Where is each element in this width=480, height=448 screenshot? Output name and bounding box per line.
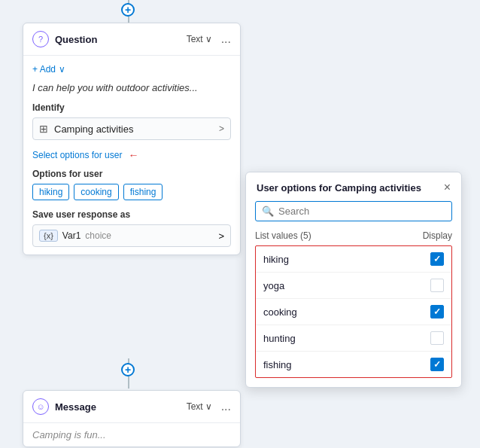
option-tag-fishing[interactable]: fishing xyxy=(123,184,163,200)
canvas: + ? Question Text ∨ ... + Add ∨ I can he… xyxy=(0,0,480,448)
list-values-label: List values (5) xyxy=(255,230,311,241)
item-name-cooking: cooking xyxy=(263,306,297,318)
item-name-fishing: fishing xyxy=(263,359,292,370)
list-item-hunting: hunting xyxy=(256,325,451,352)
message-card-header: ☺ Message Text ∨ ... xyxy=(23,391,240,423)
checkbox-hiking[interactable] xyxy=(430,252,444,266)
identify-label: Identify xyxy=(32,102,231,113)
list-item-yoga: yoga xyxy=(256,273,451,299)
save-response-row[interactable]: {x} Var1 choice > xyxy=(32,224,231,247)
option-tag-hiking[interactable]: hiking xyxy=(32,184,69,200)
list-item-hiking: hiking xyxy=(256,246,451,273)
checkbox-fishing[interactable] xyxy=(430,358,444,371)
save-chevron-icon: > xyxy=(218,230,224,242)
card-more-button[interactable]: ... xyxy=(221,32,231,46)
add-step-button-top[interactable]: + xyxy=(121,3,135,17)
panel-title: User options for Camping activities xyxy=(257,182,421,194)
arrow-indicator-icon: ← xyxy=(128,149,138,161)
question-card: ? Question Text ∨ ... + Add ∨ I can help… xyxy=(23,23,241,255)
identify-icon: ⊞ xyxy=(39,123,48,135)
add-button[interactable]: + Add ∨ xyxy=(32,64,65,75)
card-body: + Add ∨ I can help you with outdoor acti… xyxy=(23,56,240,254)
message-body: Camping is fun... xyxy=(23,423,240,446)
message-icon: ☺ xyxy=(32,398,49,415)
identify-value: Camping activities xyxy=(54,123,219,135)
identify-chevron-icon: > xyxy=(219,123,224,134)
message-more-button[interactable]: ... xyxy=(221,400,231,413)
message-card-title: Message xyxy=(55,401,181,413)
save-response-label: Save user response as xyxy=(32,209,231,220)
type-chevron-icon: ∨ xyxy=(205,34,212,44)
option-tags: hiking cooking fishing xyxy=(32,184,231,200)
search-input[interactable] xyxy=(278,206,445,217)
card-title: Question xyxy=(55,34,181,45)
question-icon: ? xyxy=(32,31,49,47)
var-name: Var1 xyxy=(62,230,81,241)
search-box[interactable]: 🔍 xyxy=(255,201,452,221)
checkbox-yoga[interactable] xyxy=(430,279,444,292)
identify-row[interactable]: ⊞ Camping activities > xyxy=(32,117,231,140)
list-item-cooking: cooking xyxy=(256,299,451,325)
var-type: choice xyxy=(85,230,218,241)
card-type-badge[interactable]: Text ∨ xyxy=(187,34,212,44)
list-header: List values (5) Display xyxy=(246,227,461,245)
message-text: I can help you with outdoor activities..… xyxy=(32,82,231,93)
checkbox-cooking[interactable] xyxy=(430,305,444,318)
options-panel: User options for Camping activities × 🔍 … xyxy=(245,172,462,388)
display-column-label: Display xyxy=(423,230,452,241)
item-name-yoga: yoga xyxy=(263,280,284,291)
checkbox-hunting[interactable] xyxy=(430,331,444,345)
add-chevron-icon: ∨ xyxy=(59,64,65,75)
item-name-hiking: hiking xyxy=(263,254,289,265)
option-tag-cooking[interactable]: cooking xyxy=(74,184,118,200)
options-label: Options for user xyxy=(32,169,231,179)
list-item-fishing: fishing xyxy=(256,352,451,377)
list-items-container: hiking yoga cooking hunting fishing xyxy=(255,245,452,378)
search-icon: 🔍 xyxy=(262,206,274,217)
panel-close-button[interactable]: × xyxy=(444,181,451,194)
message-card: ☺ Message Text ∨ ... Camping is fun... xyxy=(23,390,241,447)
message-type-badge[interactable]: Text ∨ xyxy=(187,401,212,412)
select-options-link[interactable]: Select options for user ← xyxy=(32,149,231,161)
add-step-button-mid[interactable]: + xyxy=(121,363,135,376)
message-type-chevron-icon: ∨ xyxy=(205,401,212,412)
item-name-hunting: hunting xyxy=(263,333,296,344)
panel-header: User options for Camping activities × xyxy=(246,172,461,201)
card-header: ? Question Text ∨ ... xyxy=(23,23,240,56)
var-badge: {x} xyxy=(39,230,58,242)
